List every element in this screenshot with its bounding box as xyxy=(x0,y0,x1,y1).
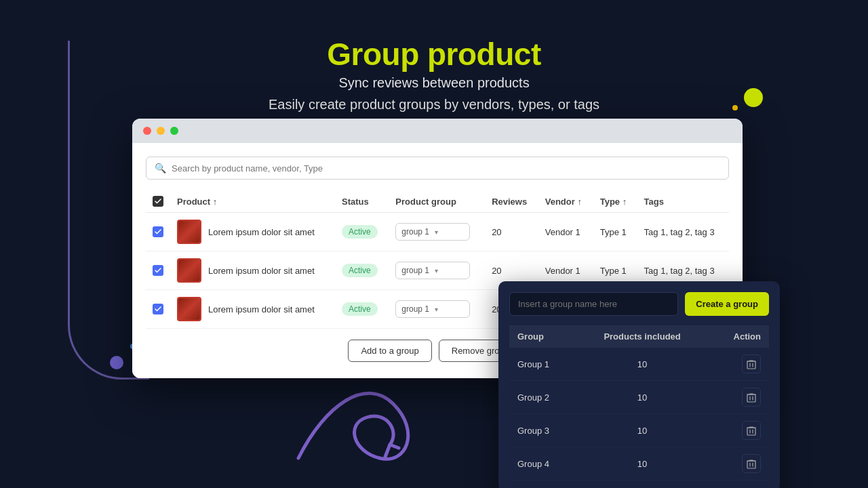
product-image xyxy=(177,297,201,321)
group-col-name: Group xyxy=(509,325,577,348)
group-panel: Create a group Group Products included A… xyxy=(498,281,780,488)
search-icon: 🔍 xyxy=(155,163,166,174)
col-status: Status xyxy=(335,190,389,213)
row-status-cell: Active xyxy=(335,251,389,290)
svg-rect-1 xyxy=(747,394,755,402)
group-row-action xyxy=(708,381,769,414)
group-panel-header: Create a group xyxy=(509,292,769,316)
row-reviews-cell: 20 xyxy=(485,213,538,251)
svg-rect-2 xyxy=(747,428,755,435)
row-group-cell: group 1 ▾ xyxy=(389,290,485,329)
row-checkbox-0[interactable] xyxy=(153,226,163,237)
chevron-down-icon: ▾ xyxy=(435,267,464,274)
row-type-cell: Type 1 xyxy=(593,213,637,251)
group-select-value: group 1 xyxy=(401,227,431,237)
group-col-action: Action xyxy=(708,325,769,348)
group-select-value: group 1 xyxy=(401,266,431,275)
col-vendor: Vendor ↑ xyxy=(538,190,593,213)
group-select-value: group 1 xyxy=(401,304,431,314)
page-title: Group product xyxy=(0,37,868,72)
add-to-group-button[interactable]: Add to a group xyxy=(348,340,431,362)
create-group-button[interactable]: Create a group xyxy=(685,292,769,316)
search-bar: 🔍 xyxy=(146,157,729,180)
group-table-row: Group 2 10 xyxy=(509,381,769,414)
row-tags-cell: Tag 1, tag 2, tag 3 xyxy=(637,213,729,251)
group-row-name: Group 1 xyxy=(509,348,577,381)
group-name-input[interactable] xyxy=(509,292,678,316)
group-table: Group Products included Action Group 1 1… xyxy=(509,325,769,481)
delete-group-button-1[interactable] xyxy=(742,388,761,407)
status-badge: Active xyxy=(342,264,378,277)
close-btn[interactable] xyxy=(143,127,151,135)
group-row-name: Group 4 xyxy=(509,447,577,481)
delete-group-button-2[interactable] xyxy=(742,421,761,440)
subtitle-line2: Easily create product groups by vendors,… xyxy=(0,94,868,115)
status-badge: Active xyxy=(342,302,378,316)
group-row-count: 10 xyxy=(577,414,708,447)
header-checkbox-cell xyxy=(146,190,170,213)
product-name: Lorem ipsum dolor sit amet xyxy=(208,304,315,314)
group-row-name: Group 3 xyxy=(509,414,577,447)
window-titlebar xyxy=(132,119,743,143)
table-header-row: Product ↑ Status Product group Reviews V… xyxy=(146,190,729,213)
row-product-cell: Lorem ipsum dolor sit amet xyxy=(170,290,335,329)
maximize-btn[interactable] xyxy=(170,127,178,135)
group-table-row: Group 3 10 xyxy=(509,414,769,447)
col-type: Type ↑ xyxy=(593,190,637,213)
row-product-cell: Lorem ipsum dolor sit amet xyxy=(170,213,335,251)
group-table-body: Group 1 10 Group 2 10 xyxy=(509,348,769,481)
group-table-row: Group 4 10 xyxy=(509,447,769,481)
group-select-0[interactable]: group 1 ▾ xyxy=(395,223,470,241)
row-vendor-cell: Vendor 1 xyxy=(538,213,593,251)
group-table-header: Group Products included Action xyxy=(509,325,769,348)
row-status-cell: Active xyxy=(335,213,389,251)
group-row-count: 10 xyxy=(577,348,708,381)
col-reviews: Reviews xyxy=(485,190,538,213)
col-product: Product ↑ xyxy=(170,190,335,213)
row-checkbox-cell xyxy=(146,251,170,290)
row-status-cell: Active xyxy=(335,290,389,329)
select-all-checkbox[interactable] xyxy=(153,196,163,207)
product-name: Lorem ipsum dolor sit amet xyxy=(208,266,315,276)
group-row-action xyxy=(708,348,769,381)
header-section: Group product Sync reviews between produ… xyxy=(0,0,868,115)
minimize-btn[interactable] xyxy=(157,127,165,135)
col-product-group: Product group xyxy=(389,190,485,213)
group-row-action xyxy=(708,447,769,481)
row-checkbox-2[interactable] xyxy=(153,304,163,314)
group-col-products: Products included xyxy=(577,325,708,348)
chevron-down-icon: ▾ xyxy=(435,228,464,236)
search-input[interactable] xyxy=(172,163,720,174)
table-row: Lorem ipsum dolor sit amet Active group … xyxy=(146,213,729,251)
product-image xyxy=(177,258,201,283)
row-product-cell: Lorem ipsum dolor sit amet xyxy=(170,251,335,290)
group-row-count: 10 xyxy=(577,381,708,414)
subtitle-line1: Sync reviews between products xyxy=(0,72,868,94)
delete-group-button-3[interactable] xyxy=(742,454,761,473)
product-image xyxy=(177,220,201,244)
group-select-2[interactable]: group 1 ▾ xyxy=(395,300,470,318)
row-checkbox-cell xyxy=(146,290,170,329)
row-checkbox-cell xyxy=(146,213,170,251)
group-select-1[interactable]: group 1 ▾ xyxy=(395,262,470,279)
svg-rect-3 xyxy=(747,461,755,468)
row-group-cell: group 1 ▾ xyxy=(389,251,485,290)
group-row-count: 10 xyxy=(577,447,708,481)
chevron-down-icon: ▾ xyxy=(435,306,464,313)
group-row-name: Group 2 xyxy=(509,381,577,414)
delete-group-button-0[interactable] xyxy=(742,354,761,373)
row-checkbox-1[interactable] xyxy=(153,265,163,276)
group-table-row: Group 1 10 xyxy=(509,348,769,381)
status-badge: Active xyxy=(342,225,378,239)
row-group-cell: group 1 ▾ xyxy=(389,213,485,251)
svg-rect-0 xyxy=(747,361,755,369)
product-name: Lorem ipsum dolor sit amet xyxy=(208,227,315,237)
group-row-action xyxy=(708,414,769,447)
col-tags: Tags xyxy=(637,190,729,213)
